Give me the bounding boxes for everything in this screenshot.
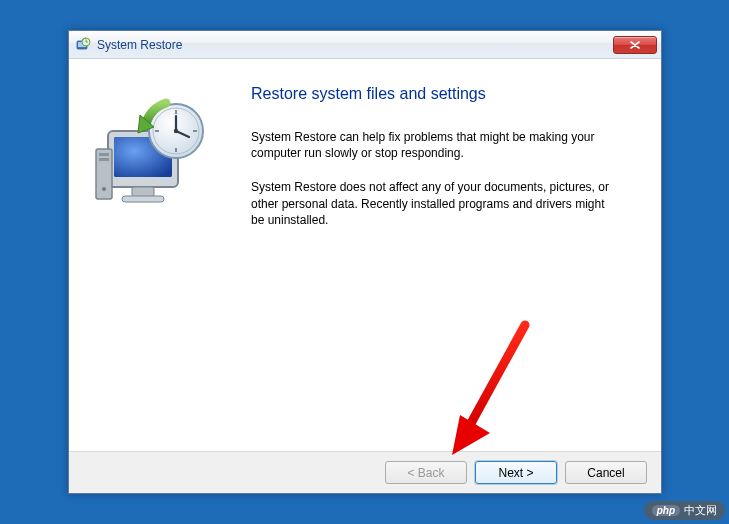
restore-artwork-icon xyxy=(90,93,220,223)
window-title: System Restore xyxy=(97,38,613,52)
page-heading: Restore system files and settings xyxy=(251,85,633,103)
back-button: < Back xyxy=(385,461,467,484)
close-button[interactable] xyxy=(613,36,657,54)
right-pane: Restore system files and settings System… xyxy=(241,59,661,451)
content-area: Restore system files and settings System… xyxy=(69,59,661,451)
svg-rect-11 xyxy=(99,158,109,161)
left-pane xyxy=(69,59,241,451)
next-button[interactable]: Next > xyxy=(475,461,557,484)
watermark: php 中文网 xyxy=(644,501,725,520)
svg-point-12 xyxy=(102,187,106,191)
system-restore-icon xyxy=(75,37,91,53)
cancel-button[interactable]: Cancel xyxy=(565,461,647,484)
watermark-text: 中文网 xyxy=(684,503,717,518)
close-icon xyxy=(630,41,640,49)
watermark-badge: php xyxy=(652,505,680,516)
paragraph-detail: System Restore does not affect any of yo… xyxy=(251,179,611,228)
svg-rect-10 xyxy=(99,153,109,156)
system-restore-window: System Restore xyxy=(68,30,662,494)
wizard-footer: < Back Next > Cancel xyxy=(69,451,661,493)
paragraph-intro: System Restore can help fix problems tha… xyxy=(251,129,611,161)
titlebar[interactable]: System Restore xyxy=(69,31,661,59)
svg-point-21 xyxy=(174,129,178,133)
svg-rect-8 xyxy=(122,196,164,202)
svg-rect-9 xyxy=(96,149,112,199)
